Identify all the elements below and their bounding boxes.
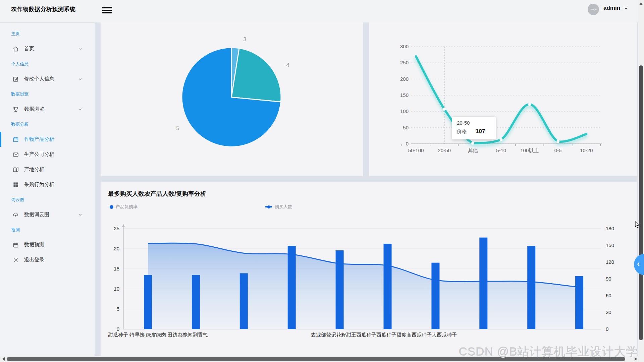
y-axis-tick-label: 100 <box>400 108 409 114</box>
price-line <box>416 56 586 143</box>
x-axis-category-label: 50-100 <box>408 147 424 153</box>
sidebar-section-label: 数据浏览 <box>0 86 95 102</box>
sidebar-item-label: 生产公司分析 <box>24 151 54 158</box>
sidebar-item[interactable]: 修改个人信息 <box>0 71 95 86</box>
x-axis-category-label: 20-50 <box>438 147 451 153</box>
scroll-left-arrow-icon[interactable] <box>2 357 5 361</box>
envelope-icon <box>12 151 19 158</box>
vertical-scrollbar[interactable] <box>638 0 644 362</box>
x-axis-category-label: 0-5 <box>554 147 562 153</box>
chart-tooltip: 20-50 价格 107 <box>452 117 496 139</box>
sidebar-item[interactable]: 数据词云图 <box>0 207 95 222</box>
left-axis-tick-label: 10 <box>114 286 119 292</box>
edit-icon <box>12 76 19 82</box>
right-axis-tick-label: 150 <box>606 242 614 248</box>
y-axis-tick-label: 250 <box>400 60 409 65</box>
sidebar-item[interactable]: 生产公司分析 <box>0 147 95 162</box>
data-point-dot[interactable] <box>556 140 559 143</box>
y-axis-tick-label: 50 <box>403 125 409 130</box>
sidebar-item-label: 数据预测 <box>24 242 44 248</box>
sidebar-item[interactable]: 退出登录 <box>0 252 95 267</box>
sidebar-section-label: 预测 <box>0 222 95 237</box>
buyers-repurchase-chart[interactable]: 05101520250306090120150180甜瓜种子 特早熟 绿皮绿肉 … <box>101 182 637 356</box>
sidebar-item[interactable]: 首页 <box>0 41 95 56</box>
buyers-bar[interactable] <box>336 250 344 329</box>
buyers-bar[interactable] <box>575 276 583 329</box>
sidebar: 主页首页个人信息修改个人信息数据浏览数据浏览数据分析作物产品分析生产公司分析产地… <box>0 22 95 356</box>
tooltip-category: 20-50 <box>457 120 491 126</box>
watermark: CSDN @B站计算机毕业设计大学 <box>459 344 638 360</box>
left-axis-tick-label: 15 <box>114 266 119 272</box>
app-window: 农作物数据分析预测系统 50x50 admin ▼ 主页首页个人信息修改个人信息… <box>0 0 644 362</box>
x-axis-category-label: 5-10 <box>496 147 506 153</box>
pie-slice-label: 5 <box>176 125 179 131</box>
avatar[interactable]: 50x50 <box>588 4 599 15</box>
sidebar-item-label: 数据词云图 <box>24 212 49 218</box>
sidebar-section-label: 词云图 <box>0 192 95 207</box>
right-axis-tick-label: 120 <box>606 259 614 265</box>
buyers-bar[interactable] <box>527 246 535 329</box>
user-chevron-down-icon[interactable]: ▼ <box>624 7 628 11</box>
buyers-bar[interactable] <box>144 275 152 329</box>
sidebar-item-label: 首页 <box>24 46 34 52</box>
right-axis-tick-label: 180 <box>606 226 614 231</box>
pie-slice-label: 4 <box>286 62 289 68</box>
y-axis-tick-label: 200 <box>400 76 409 82</box>
buyers-bar[interactable] <box>192 275 200 329</box>
combo-chart-card: 最多购买人数农产品人数/复购率分析 产品复购率 购买人数 05101520250… <box>101 182 637 356</box>
y-axis-tick-label: 150 <box>400 92 409 98</box>
sidebar-item-label: 退出登录 <box>24 257 44 263</box>
cloud-icon <box>12 212 19 218</box>
buyers-bar[interactable] <box>288 246 296 329</box>
pie-chart-card: 345 <box>101 22 363 176</box>
right-axis-tick-label: 30 <box>606 309 611 315</box>
axis-arrow <box>122 224 125 227</box>
user-name[interactable]: admin <box>603 5 620 11</box>
x-axis-category-label: 甜瓜种子 特早熟 绿皮绿肉 田边都能闻到香气 <box>108 332 208 338</box>
hamburger-menu-icon[interactable] <box>102 7 112 15</box>
grid-icon <box>12 181 19 188</box>
data-point-dot[interactable] <box>443 108 446 111</box>
data-point-dot[interactable] <box>471 142 474 145</box>
left-axis-tick-label: 25 <box>114 226 119 231</box>
sidebar-item-label: 产地分析 <box>24 166 44 173</box>
mouse-cursor <box>635 221 642 229</box>
y-axis-tick-label: 300 <box>400 44 409 49</box>
price-line-chart[interactable]: 05010015020025030050-10020-50其他5-10100以上… <box>369 22 637 176</box>
tooltip-series-label: 价格 <box>457 128 467 135</box>
left-axis-tick-label: 20 <box>114 246 119 251</box>
sidebar-item[interactable]: 数据预测 <box>0 237 95 252</box>
buyers-bar[interactable] <box>479 238 487 329</box>
chevron-down-icon <box>78 213 83 217</box>
app-title: 农作物数据分析预测系统 <box>11 5 76 13</box>
sidebar-item[interactable]: 作物产品分析 <box>0 132 95 147</box>
sidebar-item[interactable]: 采购行为分析 <box>0 177 95 192</box>
calendar-icon <box>12 242 19 248</box>
y-axis-tick-label: 0 <box>406 141 409 146</box>
chevron-down-icon <box>78 47 83 51</box>
chevron-left-icon: ‹ <box>637 259 640 268</box>
sidebar-item-label: 采购行为分析 <box>24 181 54 188</box>
data-point-dot[interactable] <box>500 138 503 141</box>
sidebar-section-label: 主页 <box>0 26 95 41</box>
scroll-up-arrow-icon[interactable] <box>639 2 643 5</box>
pie-slice[interactable] <box>231 48 281 102</box>
right-axis-tick-label: 90 <box>606 276 611 282</box>
x-axis-category-label: 10-20 <box>580 147 593 153</box>
tooltip-value: 107 <box>476 128 485 135</box>
sidebar-item[interactable]: 产地分析 <box>0 162 95 177</box>
sidebar-item-label: 数据浏览 <box>24 106 44 112</box>
buyers-bar[interactable] <box>240 273 248 329</box>
x-axis-category-label: 其他 <box>468 147 478 153</box>
x-icon <box>12 257 19 263</box>
right-axis-tick-label: 0 <box>606 326 608 332</box>
buyers-bar[interactable] <box>431 263 439 329</box>
pie-chart[interactable]: 345 <box>101 22 363 176</box>
home-icon <box>12 46 19 52</box>
data-point-dot[interactable] <box>528 103 531 106</box>
chevron-down-icon <box>78 77 83 81</box>
calendar-icon <box>12 136 19 143</box>
vertical-scroll-thumb[interactable] <box>639 65 643 340</box>
buyers-bar[interactable] <box>384 244 392 329</box>
sidebar-item[interactable]: 数据浏览 <box>0 102 95 117</box>
